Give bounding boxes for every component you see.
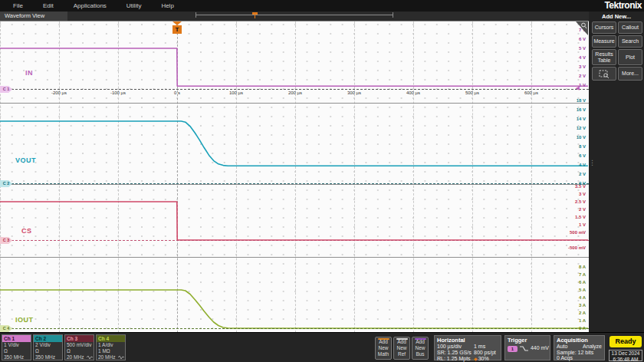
- channel-badge-row: Ω: [34, 348, 62, 354]
- datetime-display: 13 Dec 2024 6:36:48 AM: [609, 350, 642, 361]
- record-view-trigger-position-icon[interactable]: [252, 12, 258, 18]
- sidebar-button-search[interactable]: Search: [618, 35, 642, 48]
- menu-item-help[interactable]: Help: [154, 2, 180, 9]
- horizontal-value-0-left: 100 µs/div: [437, 344, 462, 349]
- horizontal-panel[interactable]: Horizontal 100 µs/div1 msSR: 1.25 GS/s80…: [434, 335, 501, 360]
- tektronix-logo: Tektronix: [604, 0, 642, 12]
- acquisition-title: Acquisition: [554, 336, 604, 344]
- trigger-panel[interactable]: Trigger 1 440 mV: [504, 335, 550, 360]
- channel-badge-title: Ch 3: [65, 335, 94, 342]
- scale-label-iout-6A: 6 A: [579, 280, 586, 285]
- sidebar-drag-handle[interactable]: ⋮: [589, 161, 596, 164]
- horizontal-value-1-right: 800 ps/pt: [474, 350, 496, 355]
- channel-badge-row: 1 A/div: [97, 342, 125, 348]
- channel-badge-row: 1 MΩ: [97, 348, 125, 354]
- date-text: 13 Dec 2024: [610, 350, 642, 357]
- position-marker-icon: ◆: [474, 357, 478, 361]
- scale-label-iout-4A: 4 A: [579, 295, 586, 300]
- scale-label-in-6V: 6 V: [579, 37, 586, 41]
- record-view-right-tick: [393, 12, 393, 18]
- time-label-500s: 500 µs: [465, 90, 479, 95]
- scale-label-vout-6V: 6 V: [579, 153, 586, 158]
- record-view-left-tick: [196, 12, 196, 18]
- baseline-cs: [0, 240, 589, 241]
- baseline-vout: [0, 183, 589, 184]
- channel-badge-row: 350 MHz: [2, 354, 31, 360]
- add-new-accent: [396, 338, 408, 340]
- trigger-level-marker-icon[interactable]: ◀: [576, 85, 580, 91]
- bandwidth-limit-icon: [118, 355, 124, 360]
- scale-label-vout-2V: 2 V: [579, 172, 586, 176]
- horizontal-value-0-right: 1 ms: [474, 344, 485, 349]
- trace-vout: [0, 121, 588, 166]
- acquisition-panel[interactable]: Acquisition Auto Analyze Sample: 12 bits…: [554, 335, 605, 360]
- sidebar-button-measure[interactable]: Measure: [592, 35, 616, 48]
- channel-name-vout: VOUT: [15, 156, 36, 164]
- sidebar-button-zoom[interactable]: [592, 67, 616, 81]
- record-view-trigger-stem: [255, 14, 255, 18]
- trigger-position-flag[interactable]: T: [172, 25, 182, 34]
- channel-badge-row: 20 MHz: [97, 354, 125, 360]
- scale-label-cs-2V: 2 V: [579, 207, 586, 212]
- add-new-bus-button[interactable]: AddNewBus: [412, 337, 429, 360]
- channel-name-iout: IOUT: [15, 316, 34, 324]
- time-label-0s: 0 s: [174, 90, 180, 95]
- channel-badge-title: Ch 2: [34, 335, 62, 342]
- add-new-math-button[interactable]: AddNewMath: [375, 337, 392, 360]
- scale-label-vout-16V: 16 V: [577, 107, 586, 112]
- scale-label-cs--500mV: -500 mV: [568, 245, 586, 250]
- scale-label-vout-12V: 12 V: [577, 126, 586, 130]
- scale-label-vout-14V: 14 V: [577, 117, 586, 121]
- channel-badge-3[interactable]: Ch 3500 mV/divΩ20 MHz: [64, 334, 94, 360]
- menu-item-applications[interactable]: Applications: [67, 2, 113, 9]
- scale-label-in-5V: 5 V: [579, 46, 586, 51]
- trace-iout: [0, 290, 588, 328]
- trigger-source-chip: 1: [508, 346, 518, 352]
- menu-item-edit[interactable]: Edit: [36, 2, 61, 9]
- scale-label-iout-7A: 7 A: [579, 272, 586, 277]
- channel-badge-4[interactable]: Ch 41 A/div1 MΩ20 MHz: [96, 334, 126, 360]
- time-label--100s: -100 µs: [110, 90, 126, 95]
- sidebar-button-plot[interactable]: Plot: [618, 49, 642, 65]
- menu-item-file[interactable]: File: [6, 2, 30, 9]
- record-view-bar[interactable]: [196, 12, 393, 20]
- scale-label-in-1V: 1 V: [579, 83, 586, 87]
- waveform-graticule[interactable]: C 17 V6 V5 V4 V3 V2 V1 VINC 218 V16 V14 …: [0, 21, 589, 332]
- sidebar-button-callout[interactable]: Callout: [618, 21, 642, 34]
- scale-label-cs-3V: 3 V: [579, 192, 586, 196]
- channel-badge-1[interactable]: Ch 11 V/divΩ350 MHz: [2, 334, 31, 360]
- acquisition-mode: Auto: [557, 344, 567, 349]
- menu-bar: FileEditApplicationsUtilityHelp: [0, 0, 644, 12]
- time-label-400s: 400 µs: [406, 90, 420, 95]
- bandwidth-limit-icon: [87, 355, 93, 360]
- channel-badge-row: 2 V/div: [34, 342, 62, 348]
- sidebar-button-cursors[interactable]: Cursors: [592, 21, 616, 34]
- scale-label-vout-4V: 4 V: [579, 163, 586, 167]
- channel-badge-title: Ch 1: [2, 335, 31, 342]
- scale-label-in-3V: 3 V: [579, 64, 586, 69]
- horizontal-title: Horizontal: [435, 336, 501, 344]
- baseline-in: [0, 89, 589, 90]
- tab-waveform-view[interactable]: Waveform View: [0, 12, 67, 21]
- add-new-ref-button[interactable]: AddNewRef: [393, 337, 410, 360]
- channel-badge-row: Ω: [2, 348, 31, 354]
- channel-badge-row: 20 MHz: [65, 354, 94, 360]
- scale-label-cs-25V: 2.5 V: [575, 199, 586, 204]
- trigger-title: Trigger: [505, 336, 550, 344]
- trigger-level-value: 440 mV: [531, 345, 549, 350]
- scale-label-iout-8A: 8 A: [579, 265, 586, 269]
- time-text: 6:36:48 AM: [610, 357, 642, 362]
- scale-label-in-4V: 4 V: [579, 55, 586, 60]
- add-new-accent: [415, 338, 426, 340]
- sidebar-button-more-[interactable]: More...: [618, 67, 642, 81]
- time-label-100s: 100 µs: [229, 90, 243, 95]
- waveform-traces: [0, 21, 589, 333]
- channel-badge-2[interactable]: Ch 22 V/divΩ350 MHz: [33, 334, 63, 360]
- menu-item-utility[interactable]: Utility: [120, 2, 149, 9]
- trace-in: [0, 48, 588, 86]
- sidebar-button-results-table[interactable]: Results Table: [592, 49, 616, 65]
- scale-label-cs-15V: 1.5 V: [575, 215, 586, 219]
- horizontal-value-2-right: ◆30%: [474, 356, 489, 361]
- trace-cs: [0, 202, 588, 240]
- scale-label-cs-35V: 3.5 V: [575, 184, 586, 189]
